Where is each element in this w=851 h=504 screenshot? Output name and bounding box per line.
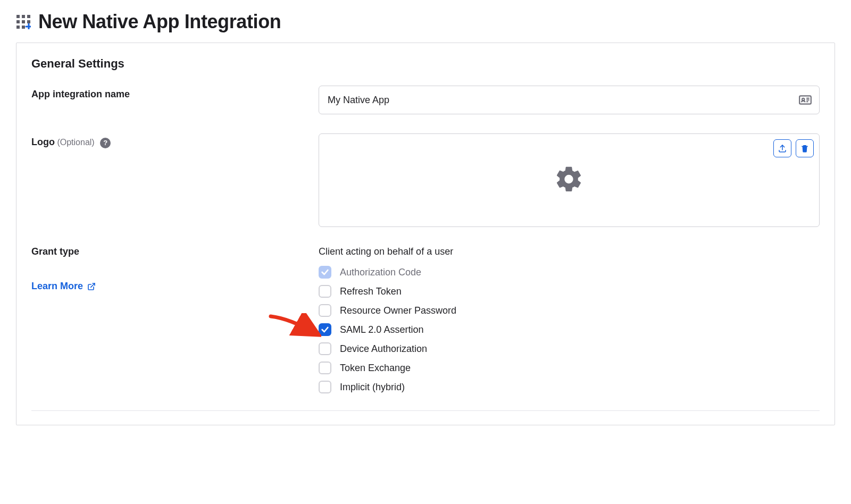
svg-rect-6 (16, 26, 20, 29)
grant-checkbox[interactable] (319, 362, 331, 374)
svg-rect-5 (27, 20, 30, 23)
svg-rect-3 (16, 20, 20, 23)
delete-logo-button[interactable] (796, 139, 814, 157)
grant-checkbox[interactable] (319, 381, 331, 393)
grant-option-label: Resource Owner Password (340, 305, 456, 316)
grant-option-row: Device Authorization (319, 339, 820, 358)
grant-checkbox[interactable] (319, 304, 331, 317)
page-title: New Native App Integration (38, 11, 281, 33)
svg-rect-1 (22, 15, 25, 18)
svg-point-9 (802, 98, 804, 100)
grant-option-row: Resource Owner Password (319, 301, 820, 320)
panel-title: General Settings (31, 57, 820, 71)
contact-card-icon (798, 93, 812, 107)
logo-label: Logo (31, 137, 55, 147)
apps-grid-plus-icon (16, 14, 31, 29)
svg-line-15 (91, 283, 95, 287)
help-icon[interactable]: ? (100, 138, 111, 148)
grant-option-label: Refresh Token (340, 286, 402, 297)
svg-rect-0 (16, 15, 20, 18)
grant-option-label: Device Authorization (340, 343, 427, 355)
grant-option-label: Token Exchange (340, 363, 411, 374)
svg-rect-4 (22, 20, 25, 23)
general-settings-panel: General Settings App integration name Lo… (16, 43, 835, 425)
grant-option-row: Refresh Token (319, 282, 820, 301)
external-link-icon (87, 282, 96, 291)
svg-rect-14 (802, 146, 808, 147)
grant-option-row: Authorization Code (319, 263, 820, 282)
logo-dropzone[interactable] (319, 133, 820, 227)
grant-option-row: SAML 2.0 Assertion (319, 320, 820, 339)
app-name-label: App integration name (31, 89, 130, 99)
grant-option-label: Implicit (hybrid) (340, 382, 405, 393)
app-name-input[interactable] (319, 86, 820, 114)
grant-option-label: Authorization Code (340, 267, 421, 278)
grant-option-label: SAML 2.0 Assertion (340, 324, 423, 335)
svg-rect-2 (27, 15, 30, 18)
gear-icon (554, 164, 584, 196)
logo-optional-text: (Optional) (57, 138, 94, 147)
grant-option-row: Implicit (hybrid) (319, 377, 820, 397)
logo-row: Logo (Optional) ? (31, 133, 820, 227)
page-header: New Native App Integration (16, 11, 835, 33)
upload-logo-button[interactable] (773, 139, 791, 157)
app-name-row: App integration name (31, 86, 820, 114)
grant-type-row: Grant type Learn More Client acting on b… (31, 246, 820, 397)
grant-checkbox (319, 266, 331, 279)
grant-type-label: Grant type (31, 246, 319, 257)
grant-heading: Client acting on behalf of a user (319, 246, 820, 257)
learn-more-text: Learn More (31, 281, 83, 292)
divider (31, 410, 820, 411)
grant-checkbox[interactable] (319, 323, 331, 336)
svg-rect-8 (799, 96, 811, 104)
grant-option-row: Token Exchange (319, 358, 820, 377)
annotation-arrow (268, 313, 321, 347)
svg-rect-7 (22, 26, 25, 29)
grant-checkbox[interactable] (319, 285, 331, 298)
learn-more-link[interactable]: Learn More (31, 281, 96, 292)
grant-checkbox[interactable] (319, 342, 331, 355)
